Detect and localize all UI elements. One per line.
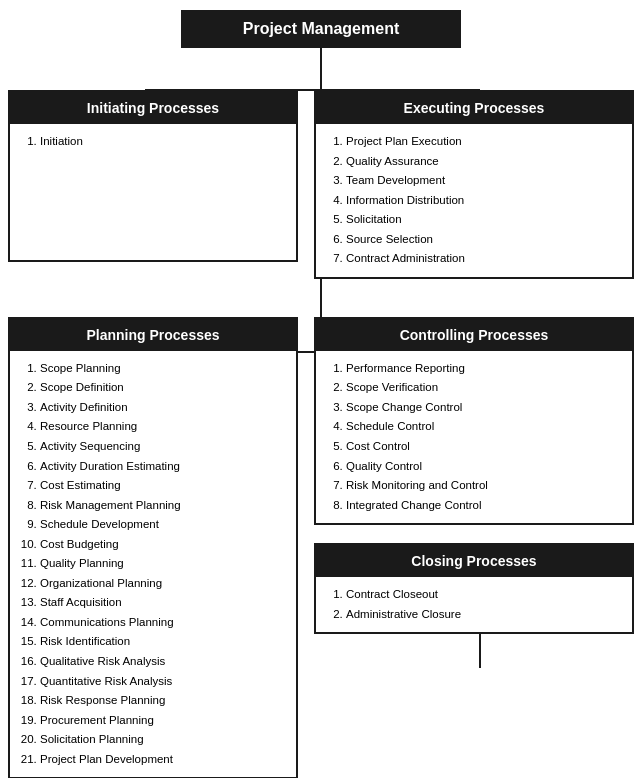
closing-list: Contract CloseoutAdministrative Closure [328,585,620,624]
controlling-content: Performance ReportingScope VerificationS… [316,351,632,523]
list-item: Scope Verification [346,378,620,398]
list-item: Risk Management Planning [40,496,284,516]
list-item: Performance Reporting [346,359,620,379]
executing-list: Project Plan ExecutionQuality AssuranceT… [328,132,620,269]
list-item: Project Plan Development [40,750,284,770]
list-item: Schedule Control [346,417,620,437]
initiating-box: Initiating Processes Initiation [8,90,298,262]
closing-header-text: Closing Processes [411,553,536,569]
list-item: Activity Sequencing [40,437,284,457]
list-item: Project Plan Execution [346,132,620,152]
list-item: Integrated Change Control [346,496,620,516]
list-item: Contract Closeout [346,585,620,605]
controlling-header-text: Controlling Processes [400,327,549,343]
list-item: Scope Definition [40,378,284,398]
list-item: Administrative Closure [346,605,620,625]
list-item: Procurement Planning [40,711,284,731]
list-item: Qualitative Risk Analysis [40,652,284,672]
list-item: Communications Planning [40,613,284,633]
list-item: Resource Planning [40,417,284,437]
closing-content: Contract CloseoutAdministrative Closure [316,577,632,632]
list-item: Information Distribution [346,191,620,211]
main-title: Project Management [181,10,461,48]
list-item: Quality Assurance [346,152,620,172]
list-item: Staff Acquisition [40,593,284,613]
list-item: Risk Response Planning [40,691,284,711]
list-item: Contract Administration [346,249,620,269]
list-item: Cost Budgeting [40,535,284,555]
executing-content: Project Plan ExecutionQuality AssuranceT… [316,124,632,277]
list-item: Risk Identification [40,632,284,652]
list-item: Scope Planning [40,359,284,379]
closing-header: Closing Processes [316,545,632,577]
list-item: Initiation [40,132,284,152]
executing-header-text: Executing Processes [404,100,545,116]
closing-box: Closing Processes Contract CloseoutAdmin… [314,543,634,634]
list-item: Solicitation Planning [40,730,284,750]
planning-content: Scope PlanningScope DefinitionActivity D… [10,351,296,777]
list-item: Scope Change Control [346,398,620,418]
diagram: Project Management Initiating Processes … [0,0,642,778]
list-item: Source Selection [346,230,620,250]
title-text: Project Management [243,20,399,37]
list-item: Team Development [346,171,620,191]
list-item: Quantitative Risk Analysis [40,672,284,692]
executing-box: Executing Processes Project Plan Executi… [314,90,634,279]
initiating-header: Initiating Processes [10,92,296,124]
controlling-header: Controlling Processes [316,319,632,351]
planning-header-text: Planning Processes [86,327,219,343]
list-item: Organizational Planning [40,574,284,594]
list-item: Cost Control [346,437,620,457]
planning-header: Planning Processes [10,319,296,351]
initiating-list: Initiation [22,132,284,152]
executing-header: Executing Processes [316,92,632,124]
initiating-header-text: Initiating Processes [87,100,219,116]
list-item: Quality Planning [40,554,284,574]
list-item: Schedule Development [40,515,284,535]
controlling-list: Performance ReportingScope VerificationS… [328,359,620,515]
list-item: Solicitation [346,210,620,230]
planning-box: Planning Processes Scope PlanningScope D… [8,317,298,778]
list-item: Activity Duration Estimating [40,457,284,477]
list-item: Activity Definition [40,398,284,418]
planning-list: Scope PlanningScope DefinitionActivity D… [22,359,284,769]
initiating-content: Initiation [10,124,296,260]
list-item: Risk Monitoring and Control [346,476,620,496]
controlling-box: Controlling Processes Performance Report… [314,317,634,525]
list-item: Quality Control [346,457,620,477]
list-item: Cost Estimating [40,476,284,496]
